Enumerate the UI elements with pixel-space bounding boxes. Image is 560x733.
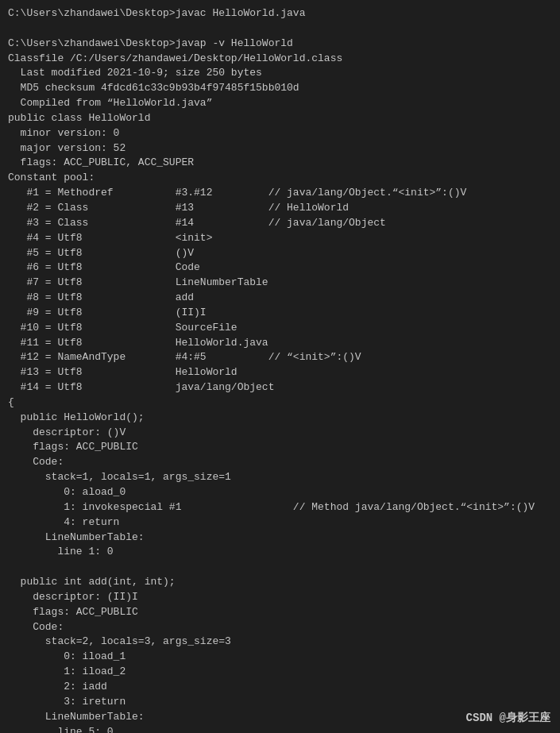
terminal-output: C:\Users\zhandawei\Desktop>javac HelloWo… xyxy=(8,6,552,733)
terminal-window: C:\Users\zhandawei\Desktop>javac HelloWo… xyxy=(0,0,560,733)
watermark: CSDN @身影王座 xyxy=(466,711,550,725)
